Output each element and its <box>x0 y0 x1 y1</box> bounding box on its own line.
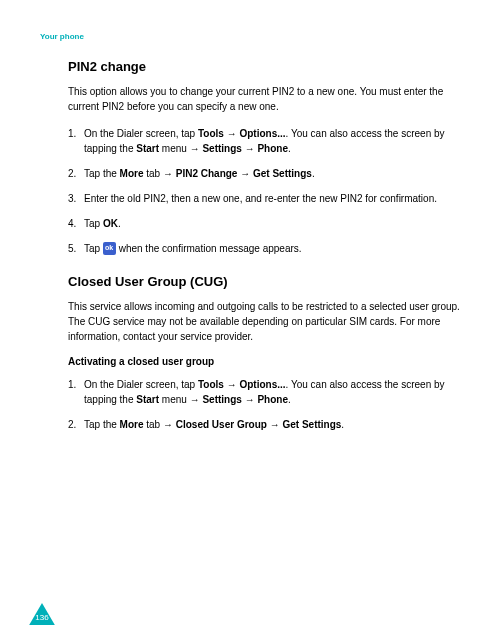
arrow: → <box>237 168 253 179</box>
arrow: → <box>267 419 283 430</box>
bold: Options... <box>239 379 285 390</box>
bold: PIN2 Change <box>176 168 238 179</box>
bold: More <box>120 419 144 430</box>
text: . <box>288 394 291 405</box>
bold: Get Settings <box>253 168 312 179</box>
text: menu → <box>159 394 202 405</box>
bold: Settings <box>202 394 241 405</box>
cug-subhead: Activating a closed user group <box>68 356 460 367</box>
text: Tap <box>84 218 103 229</box>
text: Tap <box>84 243 103 254</box>
text: . <box>341 419 344 430</box>
cug-intro: This service allows incoming and outgoin… <box>68 299 460 344</box>
text: . <box>288 143 291 154</box>
cug-heading: Closed User Group (CUG) <box>68 274 460 289</box>
arrow: → <box>242 394 258 405</box>
text: menu → <box>159 143 202 154</box>
pin2-steps: On the Dialer screen, tap Tools → Option… <box>68 126 460 256</box>
bold: Tools <box>198 128 224 139</box>
arrow: → <box>224 128 240 139</box>
page-content: PIN2 change This option allows you to ch… <box>40 59 460 432</box>
bold: More <box>120 168 144 179</box>
triangle-icon: 136 <box>28 603 56 625</box>
bold: OK <box>103 218 118 229</box>
pin2-intro: This option allows you to change your cu… <box>68 84 460 114</box>
bold: Tools <box>198 379 224 390</box>
bold: Start <box>136 394 159 405</box>
breadcrumb: Your phone <box>40 32 460 41</box>
arrow: → <box>224 379 240 390</box>
arrow: → <box>242 143 258 154</box>
bold: Phone <box>257 394 288 405</box>
pin2-step-2: Tap the More tab → PIN2 Change → Get Set… <box>68 166 460 181</box>
text: tab → <box>144 419 176 430</box>
text: Tap the <box>84 168 120 179</box>
pin2-step-1: On the Dialer screen, tap Tools → Option… <box>68 126 460 156</box>
pin2-step-5: Tap when the confirmation message appear… <box>68 241 460 256</box>
bold: Start <box>136 143 159 154</box>
text: when the confirmation message appears. <box>116 243 302 254</box>
bold: Options... <box>239 128 285 139</box>
text: tab → <box>144 168 176 179</box>
text: . <box>312 168 315 179</box>
cug-step-2: Tap the More tab → Closed User Group → G… <box>68 417 460 432</box>
text: . <box>118 218 121 229</box>
cug-step-1: On the Dialer screen, tap Tools → Option… <box>68 377 460 407</box>
pin2-step-3: Enter the old PIN2, then a new one, and … <box>68 191 460 206</box>
bold: Phone <box>257 143 288 154</box>
cug-steps: On the Dialer screen, tap Tools → Option… <box>68 377 460 432</box>
bold: Get Settings <box>282 419 341 430</box>
text: Tap the <box>84 419 120 430</box>
bold: Closed User Group <box>176 419 267 430</box>
text: On the Dialer screen, tap <box>84 128 198 139</box>
pin2-step-4: Tap OK. <box>68 216 460 231</box>
page-number: 136 <box>28 613 56 622</box>
ok-icon <box>103 242 116 255</box>
pin2-change-heading: PIN2 change <box>68 59 460 74</box>
bold: Settings <box>202 143 241 154</box>
text: On the Dialer screen, tap <box>84 379 198 390</box>
